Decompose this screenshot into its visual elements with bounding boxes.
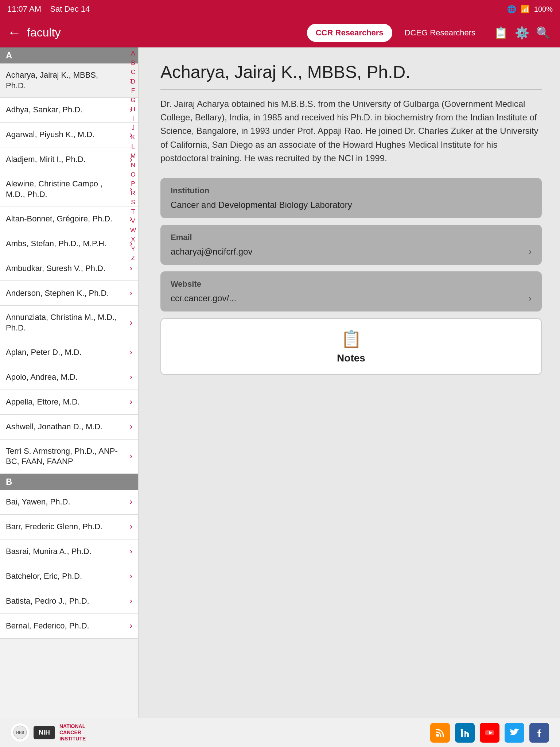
notes-icon-button[interactable]: 📋 [491,24,510,42]
alpha-a[interactable]: A [131,49,135,58]
alpha-f[interactable]: F [131,86,135,96]
twitter-icon-button[interactable] [505,723,524,743]
list-item[interactable]: Bernal, Federico, Ph.D. › [0,614,138,639]
nci-logo-text: NATIONALCANCERINSTITUTE [59,723,86,742]
list-item[interactable]: Acharya, Jairaj K., MBBS, Ph.D. › [0,63,138,98]
alpha-m[interactable]: M [131,151,136,161]
faculty-name: Appella, Ettore, M.D. [6,397,130,407]
status-bar: 11:07 AM Sat Dec 14 🌐 📶 100% [0,0,560,18]
alpha-b[interactable]: B [131,58,135,68]
chevron-right-icon: › [130,348,132,357]
chevron-right-icon: › [130,497,132,507]
alpha-c[interactable]: C [131,67,135,77]
alpha-r[interactable]: R [131,189,135,198]
alpha-p[interactable]: P [131,179,135,189]
list-item[interactable]: Agarwal, Piyush K., M.D. › [0,123,138,147]
list-item[interactable]: Aladjem, Mirit I., Ph.D. › [0,147,138,172]
tab-ccr-researchers[interactable]: CCR Researchers [307,24,392,42]
status-right: 🌐 📶 100% [507,5,553,13]
list-item[interactable]: Adhya, Sankar, Ph.D. › [0,98,138,123]
alpha-y[interactable]: Y [131,244,135,254]
faculty-name: Batchelor, Eric, Ph.D. [6,571,130,582]
alpha-index[interactable]: A B C D F G H I J K L M N O P R S T V W … [128,47,138,264]
faculty-name: Bernal, Federico, Ph.D. [6,621,130,631]
website-label: Website [171,279,532,289]
svg-point-2 [436,734,439,737]
alpha-n[interactable]: N [131,160,135,170]
list-item[interactable]: Bai, Yawen, Ph.D. › [0,490,138,515]
website-chevron-icon: › [529,293,532,303]
faculty-name: Acharya, Jairaj K., MBBS, Ph.D. [6,70,130,91]
list-item[interactable]: Apolo, Andrea, M.D. › [0,365,138,390]
settings-icon-button[interactable]: ⚙️ [513,24,532,42]
faculty-name: Ashwell, Jonathan D., M.D. [6,422,130,432]
chevron-right-icon: › [130,372,132,382]
footer: HHS NIH NATIONALCANCERINSTITUTE [0,718,560,747]
list-item[interactable]: Alewine, Christine Campo , M.D., Ph.D. › [0,172,138,206]
list-item[interactable]: Barr, Frederic Glenn, Ph.D. › [0,515,138,539]
battery-label: 100% [534,5,553,13]
notes-button[interactable]: 📋 Notes [160,318,542,375]
chevron-right-icon: › [130,572,132,581]
list-item[interactable]: Appella, Ettore, M.D. › [0,390,138,415]
faculty-name: Terri S. Armstrong, Ph.D., ANP-BC, FAAN,… [6,446,130,467]
email-card[interactable]: Email acharyaj@ncifcrf.gov › [160,225,542,265]
alpha-w[interactable]: W [130,226,136,235]
chevron-right-icon: › [130,422,132,431]
list-item[interactable]: Terri S. Armstrong, Ph.D., ANP-BC, FAAN,… [0,440,138,474]
back-button[interactable]: ← [7,25,21,40]
chevron-right-icon: › [130,621,132,631]
list-item[interactable]: Altan-Bonnet, Grégoire, Ph.D. › [0,206,138,231]
alpha-l[interactable]: L [131,142,135,151]
list-item[interactable]: Annunziata, Christina M., M.D., Ph.D. › [0,306,138,340]
faculty-name: Anderson, Stephen K., Ph.D. [6,288,130,299]
footer-logos: HHS NIH NATIONALCANCERINSTITUTE [11,723,86,742]
section-header-a: A [0,47,138,63]
website-card[interactable]: Website ccr.cancer.gov/... › [160,271,542,311]
institution-label: Institution [171,186,532,196]
email-value: acharyaj@ncifcrf.gov › [171,247,532,257]
tab-dceg-researchers[interactable]: DCEG Researchers [396,24,484,42]
svg-rect-3 [461,731,463,737]
list-item[interactable]: Basrai, Munira A., Ph.D. › [0,539,138,564]
facebook-icon-button[interactable] [529,723,549,743]
alpha-s[interactable]: S [131,198,135,207]
alpha-t[interactable]: T [131,207,135,217]
wifi-icon: 📶 [521,5,530,13]
alpha-h[interactable]: H [131,105,135,114]
youtube-icon-button[interactable] [480,723,499,743]
list-item[interactable]: Aplan, Peter D., M.D. › [0,340,138,365]
alpha-d[interactable]: D [131,77,135,86]
list-item[interactable]: Batchelor, Eric, Ph.D. › [0,564,138,589]
list-item[interactable]: Ambs, Stefan, Ph.D., M.P.H. › [0,231,138,256]
alpha-z[interactable]: Z [131,253,135,263]
nih-logo: NIH [34,726,55,739]
list-item[interactable]: Ambudkar, Suresh V., Ph.D. › [0,256,138,281]
list-item[interactable]: Batista, Pedro J., Ph.D. › [0,589,138,614]
alpha-i[interactable]: I [132,114,134,124]
faculty-name: Aplan, Peter D., M.D. [6,347,130,358]
faculty-name: Altan-Bonnet, Grégoire, Ph.D. [6,214,130,224]
chevron-right-icon: › [130,264,132,273]
email-chevron-icon: › [529,247,532,257]
faculty-name: Agarwal, Piyush K., M.D. [6,129,130,140]
header-tabs: CCR Researchers DCEG Researchers [307,24,484,42]
chevron-right-icon: › [130,397,132,407]
alpha-o[interactable]: O [131,170,135,179]
section-header-b: B [0,474,138,490]
alpha-k[interactable]: K [131,133,135,142]
search-icon-button[interactable]: 🔍 [534,24,553,42]
alpha-v[interactable]: V [131,216,135,226]
alpha-x[interactable]: X [131,235,135,244]
list-item[interactable]: Anderson, Stephen K., Ph.D. › [0,281,138,306]
alpha-g[interactable]: G [131,96,135,105]
linkedin-icon-button[interactable] [455,723,475,743]
notes-label: Notes [337,352,365,364]
rss-icon-button[interactable] [430,723,450,743]
header: ← faculty CCR Researchers DCEG Researche… [0,18,560,47]
list-item[interactable]: Ashwell, Jonathan D., M.D. › [0,415,138,440]
chevron-right-icon: › [130,596,132,606]
svg-text:HHS: HHS [16,731,24,735]
header-icons: 📋 ⚙️ 🔍 [491,24,553,42]
alpha-j[interactable]: J [132,123,135,133]
